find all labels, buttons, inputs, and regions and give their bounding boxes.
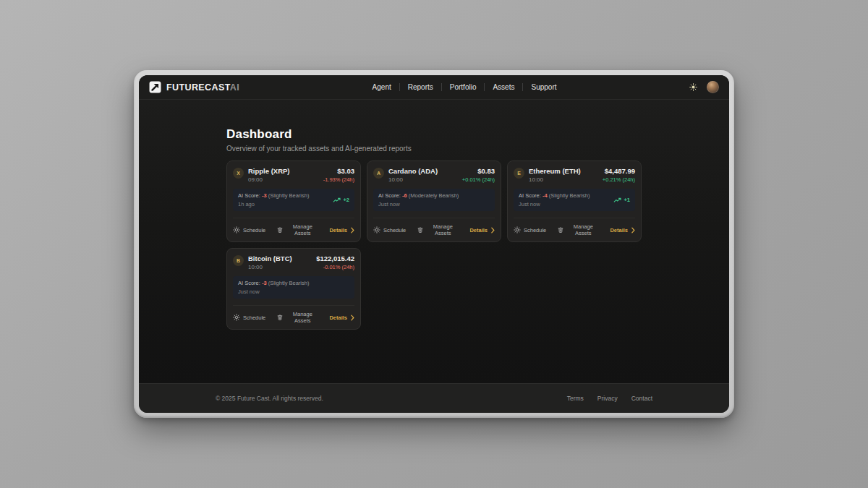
nav-item-reports[interactable]: Reports <box>400 83 441 91</box>
footer-link-contact[interactable]: Contact <box>631 395 652 402</box>
nav-item-agent[interactable]: Agent <box>365 83 399 91</box>
nav-item-support[interactable]: Support <box>523 83 564 91</box>
ai-score-sentiment: (Slightly Bearish) <box>549 192 590 199</box>
card-actions: Schedule Manage Assets Details <box>373 223 495 236</box>
schedule-label: Schedule <box>243 314 265 321</box>
details-button[interactable]: Details <box>469 227 495 234</box>
ai-score-box: AI Score: -3 (Slightly Bearish) 1h ago +… <box>233 189 354 211</box>
card-actions: Schedule Manage Assets Details <box>514 223 635 236</box>
manage-assets-button[interactable]: Manage Assets <box>417 223 459 236</box>
ai-score-box: AI Score: -3 (Slightly Bearish) Just now <box>233 276 354 299</box>
card-divider <box>233 218 354 218</box>
updated-time: Just now <box>378 201 459 207</box>
ai-score-value: -4 <box>542 192 548 199</box>
ai-score-label: AI Score: <box>519 192 541 199</box>
details-button[interactable]: Details <box>329 314 354 321</box>
footer-links: Terms Privacy Contact <box>567 395 652 402</box>
card-actions: Schedule Manage Assets Details <box>233 311 354 324</box>
updated-time: Just now <box>238 288 309 295</box>
main-content: Dashboard Overview of your tracked asset… <box>139 100 729 383</box>
manage-assets-button[interactable]: Manage Assets <box>557 223 599 236</box>
footer-link-terms[interactable]: Terms <box>567 395 584 402</box>
chevron-right-icon <box>351 227 354 234</box>
schedule-button[interactable]: Schedule <box>373 226 406 234</box>
ai-score-label: AI Score: <box>378 192 401 199</box>
trend-up-icon <box>333 197 341 203</box>
manage-assets-label: Manage Assets <box>567 223 599 236</box>
asset-card: X Ripple (XRP) 09:00 $3.03 -1.93% (24h) … <box>226 160 361 242</box>
schedule-button[interactable]: Schedule <box>514 226 546 234</box>
ai-score-line: AI Score: -6 (Moderately Bearish) <box>378 192 459 199</box>
nav-item-assets[interactable]: Assets <box>485 83 522 91</box>
gear-icon <box>373 226 380 234</box>
card-header: X Ripple (XRP) 09:00 $3.03 -1.93% (24h) <box>233 167 354 183</box>
chevron-right-icon <box>631 227 635 234</box>
card-divider <box>514 218 635 218</box>
asset-name: Ethereum (ETH) <box>529 167 581 175</box>
details-button[interactable]: Details <box>610 227 635 234</box>
price-change: -0.01% (24h) <box>316 264 354 270</box>
asset-schedule-time: 10:00 <box>529 176 581 183</box>
details-label: Details <box>610 227 628 234</box>
ai-score-box: AI Score: -6 (Moderately Bearish) Just n… <box>373 189 495 211</box>
price-change: +0.21% (24h) <box>603 176 635 183</box>
card-divider <box>373 218 495 218</box>
ai-score-value: -3 <box>262 280 267 286</box>
copyright-text: © 2025 Future Cast. All rights reserved. <box>216 395 323 402</box>
brand-name: FUTURECASTAI <box>166 82 239 93</box>
trash-icon <box>276 314 284 321</box>
card-header: B Bitcoin (BTC) 10:00 $122,015.42 -0.01%… <box>233 254 354 270</box>
asset-name: Cardano (ADA) <box>388 167 438 175</box>
gear-icon <box>233 226 240 234</box>
price-change: -1.93% (24h) <box>323 176 354 183</box>
trash-icon <box>557 226 564 234</box>
main-nav: Agent Reports Portfolio Assets Support <box>365 83 565 91</box>
asset-card: B Bitcoin (BTC) 10:00 $122,015.42 -0.01%… <box>226 248 361 330</box>
asset-price: $4,487.99 <box>603 167 635 175</box>
app-footer: © 2025 Future Cast. All rights reserved.… <box>139 383 729 413</box>
brand-suffix: AI <box>230 82 239 93</box>
app-header: FUTURECASTAI Agent Reports Portfolio Ass… <box>139 75 729 100</box>
schedule-button[interactable]: Schedule <box>233 226 265 234</box>
gear-icon <box>514 226 521 234</box>
theme-toggle-button[interactable] <box>689 83 697 91</box>
manage-assets-button[interactable]: Manage Assets <box>276 223 318 236</box>
schedule-label: Schedule <box>243 227 265 234</box>
footer-link-privacy[interactable]: Privacy <box>597 395 618 402</box>
card-actions: Schedule Manage Assets Details <box>233 223 354 236</box>
manage-assets-label: Manage Assets <box>286 223 318 236</box>
asset-card: A Cardano (ADA) 10:00 $0.83 +0.01% (24h)… <box>367 160 501 242</box>
manage-assets-button[interactable]: Manage Assets <box>276 311 318 324</box>
details-label: Details <box>329 314 347 321</box>
score-delta-value: +1 <box>624 197 630 203</box>
score-delta: +2 <box>333 197 349 203</box>
details-button[interactable]: Details <box>329 227 354 234</box>
asset-badge: B <box>233 255 244 266</box>
ai-score-line: AI Score: -3 (Slightly Bearish) <box>238 280 309 286</box>
chevron-right-icon <box>351 314 354 321</box>
chevron-right-icon <box>491 227 495 234</box>
ai-score-value: -3 <box>262 192 267 199</box>
asset-badge: E <box>514 168 524 179</box>
trash-icon <box>417 226 424 234</box>
details-label: Details <box>469 227 488 234</box>
manage-assets-label: Manage Assets <box>427 223 459 236</box>
card-divider <box>233 305 354 306</box>
asset-price: $122,015.42 <box>316 254 354 262</box>
asset-schedule-time: 10:00 <box>388 176 438 183</box>
schedule-label: Schedule <box>383 227 406 234</box>
header-actions <box>689 81 719 93</box>
ai-score-label: AI Score: <box>238 280 260 286</box>
asset-price: $3.03 <box>323 167 354 175</box>
trash-icon <box>276 226 284 234</box>
asset-badge: A <box>373 168 384 179</box>
updated-time: Just now <box>519 201 590 207</box>
schedule-button[interactable]: Schedule <box>233 314 265 321</box>
price-change: +0.01% (24h) <box>462 176 495 183</box>
nav-item-portfolio[interactable]: Portfolio <box>442 83 485 91</box>
card-header: E Ethereum (ETH) 10:00 $4,487.99 +0.21% … <box>514 167 635 183</box>
user-avatar[interactable] <box>707 81 719 93</box>
asset-name: Bitcoin (BTC) <box>248 254 292 262</box>
ai-score-line: AI Score: -4 (Slightly Bearish) <box>519 192 590 199</box>
asset-card: E Ethereum (ETH) 10:00 $4,487.99 +0.21% … <box>507 160 642 242</box>
